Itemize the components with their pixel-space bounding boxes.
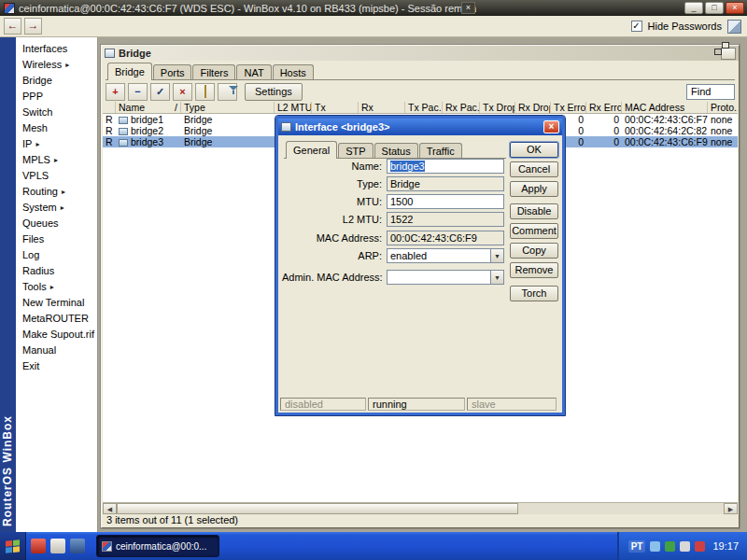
- sidebar-item-make-supout[interactable]: Make Supout.rif: [16, 327, 97, 343]
- bridge-interface-icon: [119, 128, 128, 135]
- arp-select[interactable]: enabled: [387, 248, 491, 263]
- torch-button[interactable]: Torch: [510, 286, 558, 301]
- add-button[interactable]: +: [106, 83, 125, 101]
- bridge-window-title: Bridge: [119, 48, 151, 59]
- tray-icon-2[interactable]: [665, 541, 675, 552]
- column-rx-packets[interactable]: Rx Pac...: [443, 102, 480, 113]
- hide-passwords-label: Hide Passwords: [648, 21, 722, 32]
- sidebar-item-mesh[interactable]: Mesh: [16, 120, 97, 136]
- session-close-button[interactable]: ×: [461, 2, 475, 14]
- tray-icon-1[interactable]: [650, 541, 660, 552]
- tab-hosts[interactable]: Hosts: [273, 64, 314, 79]
- back-button[interactable]: ←: [4, 18, 21, 35]
- dialog-close-button[interactable]: ×: [543, 120, 559, 133]
- column-name[interactable]: Name/: [116, 102, 181, 113]
- remove-button[interactable]: Remove: [510, 262, 558, 278]
- quick-launch-icon-1[interactable]: [31, 539, 46, 553]
- tab-traffic[interactable]: Traffic: [419, 143, 462, 158]
- filter-button[interactable]: [218, 83, 237, 101]
- column-tx-packets[interactable]: Tx Pac...: [405, 102, 443, 113]
- sidebar-item-switch[interactable]: Switch: [16, 105, 97, 120]
- sidebar-item-bridge[interactable]: Bridge: [16, 73, 97, 89]
- admin-mac-dropdown-icon[interactable]: ▼: [491, 270, 504, 285]
- tab-nat[interactable]: NAT: [236, 64, 271, 79]
- scroll-right-icon[interactable]: ▶: [724, 503, 738, 514]
- arp-dropdown-icon[interactable]: ▼: [491, 248, 504, 263]
- language-indicator[interactable]: PT: [628, 540, 646, 553]
- dialog-buttons: OK Cancel Apply Disable Comment Copy Rem…: [510, 142, 558, 329]
- remove-button[interactable]: −: [128, 83, 148, 101]
- scrollbar-thumb[interactable]: [117, 503, 518, 514]
- sidebar-item-routing[interactable]: Routing▸: [16, 184, 97, 200]
- sidebar-item-new-terminal[interactable]: New Terminal: [16, 295, 97, 311]
- name-label: Name:: [282, 161, 387, 172]
- winbox-task-icon: [102, 541, 112, 552]
- bridge-window-restore-button[interactable]: [721, 48, 736, 60]
- column-tx-drops[interactable]: Tx Drops: [480, 102, 515, 113]
- sidebar-item-tools[interactable]: Tools▸: [16, 279, 97, 295]
- copy-button[interactable]: Copy: [510, 243, 558, 259]
- enable-button[interactable]: ✓: [150, 83, 170, 101]
- dialog-titlebar[interactable]: Interface <bridge3> ×: [278, 119, 562, 135]
- comment-button[interactable]: [195, 83, 215, 101]
- start-button[interactable]: [0, 532, 26, 560]
- column-tx[interactable]: Tx: [312, 102, 359, 113]
- mtu-input[interactable]: 1500: [387, 194, 504, 209]
- sidebar-item-exit[interactable]: Exit: [16, 358, 97, 374]
- sidebar-item-system[interactable]: System▸: [16, 200, 97, 216]
- tray-icon-3[interactable]: [680, 541, 690, 552]
- tab-status[interactable]: Status: [374, 143, 418, 158]
- disable-button[interactable]: ×: [173, 83, 192, 101]
- column-rx[interactable]: Rx: [359, 102, 405, 113]
- apply-button[interactable]: Apply: [510, 181, 558, 197]
- column-mac-address[interactable]: MAC Address: [622, 102, 708, 113]
- tab-ports[interactable]: Ports: [153, 64, 192, 79]
- sidebar-item-ip[interactable]: IP▸: [16, 136, 97, 152]
- ok-button[interactable]: OK: [510, 142, 558, 158]
- column-type[interactable]: Type: [181, 102, 275, 113]
- hide-passwords-checkbox[interactable]: ✓: [631, 21, 642, 32]
- column-l2mtu[interactable]: L2 MTU: [275, 102, 312, 113]
- sidebar-item-files[interactable]: Files: [16, 231, 97, 247]
- quick-launch-icon-3[interactable]: [70, 539, 85, 553]
- admin-mac-select[interactable]: [387, 270, 491, 285]
- quick-launch-icon-2[interactable]: [50, 539, 65, 553]
- disable-button[interactable]: Disable: [510, 203, 558, 219]
- comment-button[interactable]: Comment: [510, 223, 558, 239]
- sidebar-item-mpls[interactable]: MPLS▸: [16, 152, 97, 168]
- tab-bridge[interactable]: Bridge: [107, 63, 152, 80]
- minimize-button[interactable]: _: [684, 2, 703, 14]
- sidebar-item-metarouter[interactable]: MetaROUTER: [16, 311, 97, 327]
- brand-strip: RouterOS WinBox: [0, 37, 16, 532]
- settings-button[interactable]: Settings: [245, 83, 303, 101]
- maximize-button[interactable]: □: [705, 2, 724, 14]
- scrollbar-track[interactable]: [518, 503, 724, 514]
- column-rx-errors[interactable]: Rx Errors: [586, 102, 622, 113]
- sidebar-item-manual[interactable]: Manual: [16, 343, 97, 358]
- sidebar-item-vpls[interactable]: VPLS: [16, 168, 97, 184]
- tab-stp[interactable]: STP: [338, 143, 373, 158]
- winbox-cube-icon: [727, 20, 741, 34]
- admin-mac-label: Admin. MAC Address:: [282, 272, 387, 283]
- sidebar-item-radius[interactable]: Radius: [16, 263, 97, 279]
- find-input[interactable]: Find: [686, 84, 735, 100]
- sidebar-item-log[interactable]: Log: [16, 247, 97, 263]
- forward-button[interactable]: →: [24, 18, 42, 35]
- column-protocol[interactable]: Proto...: [708, 102, 738, 113]
- sidebar-item-interfaces[interactable]: Interfaces: [16, 41, 97, 57]
- taskbar-winbox-button[interactable]: ceinformatica@00:0...: [96, 535, 219, 557]
- column-rx-drops[interactable]: Rx Drops: [515, 102, 551, 113]
- sidebar-item-wireless[interactable]: Wireless▸: [16, 57, 97, 73]
- column-tx-errors[interactable]: Tx Errors: [551, 102, 586, 113]
- sidebar-item-ppp[interactable]: PPP: [16, 89, 97, 105]
- scroll-left-icon[interactable]: ◀: [103, 503, 117, 514]
- tab-filters[interactable]: Filters: [192, 64, 235, 79]
- tray-icon-4[interactable]: [695, 541, 705, 552]
- bridge-window-titlebar[interactable]: Bridge: [102, 46, 739, 61]
- cancel-button[interactable]: Cancel: [510, 161, 558, 177]
- tab-general[interactable]: General: [286, 141, 337, 159]
- close-button[interactable]: ×: [726, 2, 744, 14]
- sidebar-item-queues[interactable]: Queues: [16, 216, 97, 231]
- name-input[interactable]: bridge3: [387, 159, 504, 174]
- column-flag[interactable]: [103, 102, 116, 113]
